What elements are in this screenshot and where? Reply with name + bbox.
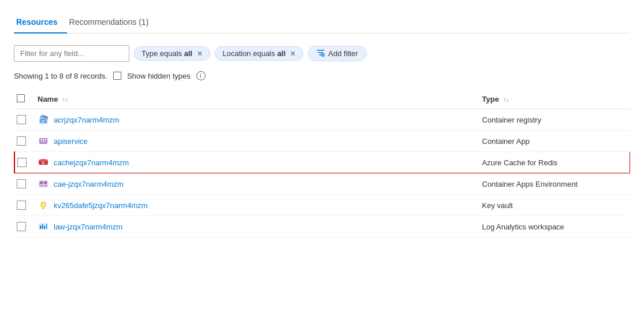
type-cell-1: Container App [480, 131, 630, 152]
resource-link-4[interactable]: kv265dafe5jzqx7narm4mzm [54, 201, 148, 210]
svg-rect-16 [40, 181, 43, 184]
select-all-header [14, 90, 35, 109]
table-row: apiservice Container App [14, 131, 630, 152]
svg-point-22 [43, 204, 44, 205]
resource-link-1[interactable]: apiservice [54, 137, 88, 146]
svg-point-10 [44, 139, 46, 141]
type-filter-label: Type equals all [142, 49, 192, 58]
container-app-icon [38, 135, 49, 147]
name-cell: apiservice [35, 131, 480, 152]
type-cell-5: Log Analytics workspace [480, 216, 630, 238]
type-column-header[interactable]: Type ↑↓ [480, 90, 630, 109]
name-cell: cae-jzqx7narm4mzm [35, 173, 480, 195]
filter-input[interactable] [14, 45, 129, 62]
row-checkbox-4[interactable] [17, 201, 26, 210]
show-hidden-checkbox[interactable] [113, 72, 121, 80]
type-filter-remove[interactable]: ✕ [197, 50, 203, 58]
svg-point-8 [40, 139, 42, 141]
row-checkbox-cell [14, 195, 35, 216]
table-row: R cachejzqx7narm4mzm Azure Cache for Red… [14, 152, 630, 173]
info-icon[interactable]: i [196, 71, 206, 80]
location-filter-remove[interactable]: ✕ [290, 50, 296, 58]
name-cell: kv265dafe5jzqx7narm4mzm [35, 195, 480, 216]
container-registry-icon: R [38, 114, 49, 125]
redis-cache-icon: R [38, 157, 49, 168]
show-hidden-label: Show hidden types [127, 72, 191, 80]
svg-rect-28 [44, 226, 45, 229]
svg-rect-15 [39, 180, 48, 187]
records-count-text: Showing 1 to 8 of 8 records. [14, 72, 107, 80]
table-row: law-jzqx7narm4mzm Log Analytics workspac… [14, 216, 630, 238]
row-checkbox-0[interactable] [17, 115, 26, 124]
filter-bar: Type equals all ✕ Location equals all ✕ … [14, 45, 630, 62]
name-cell: R cachejzqx7narm4mzm [35, 152, 480, 173]
name-cell: law-jzqx7narm4mzm [35, 216, 480, 238]
table-header-row: Name ↑↓ Type ↑↓ [14, 90, 630, 109]
log-analytics-icon [38, 221, 49, 232]
type-cell-4: Key vault [480, 195, 630, 216]
table-row: R acrjzqx7narm4mzm Container registry [14, 109, 630, 131]
row-checkbox-2[interactable] [17, 158, 27, 167]
name-column-label: Name [38, 95, 58, 103]
svg-rect-24 [42, 208, 44, 209]
svg-rect-17 [44, 181, 47, 184]
type-cell-0: Container registry [480, 109, 630, 131]
resources-table: Name ↑↓ Type ↑↓ R acrjzqx7narm4mzm [14, 90, 630, 238]
svg-rect-29 [46, 224, 47, 229]
tab-bar: Resources Recommendations (1) [14, 12, 630, 34]
container-apps-env-icon [38, 178, 49, 190]
row-checkbox-5[interactable] [17, 222, 26, 231]
name-cell: R acrjzqx7narm4mzm [35, 109, 480, 131]
svg-point-9 [43, 139, 44, 141]
type-cell-3: Container Apps Environment [480, 173, 630, 195]
svg-rect-26 [40, 225, 41, 229]
key-vault-icon [38, 199, 49, 211]
svg-point-14 [39, 159, 48, 162]
resource-link-0[interactable]: acrjzqx7narm4mzm [54, 116, 119, 124]
row-checkbox-cell [14, 131, 35, 152]
svg-rect-19 [44, 185, 47, 186]
location-filter-label: Location equals all [222, 49, 285, 58]
name-sort-icon: ↑↓ [62, 97, 68, 103]
svg-rect-18 [40, 185, 43, 186]
row-checkbox-1[interactable] [17, 136, 26, 146]
type-filter-chip[interactable]: Type equals all ✕ [134, 46, 210, 61]
row-checkbox-cell [14, 173, 35, 195]
row-checkbox-cell [14, 216, 35, 238]
row-checkbox-3[interactable] [17, 179, 26, 188]
type-sort-icon: ↑↓ [504, 97, 509, 103]
resource-link-3[interactable]: cae-jzqx7narm4mzm [54, 180, 124, 188]
tab-resources[interactable]: Resources [14, 12, 67, 34]
add-filter-label: Add filter [328, 49, 358, 58]
type-column-label: Type [482, 95, 499, 103]
location-filter-chip[interactable]: Location equals all ✕ [215, 46, 303, 61]
svg-rect-27 [42, 224, 43, 229]
row-checkbox-cell [14, 152, 35, 173]
add-filter-button[interactable]: Add filter [308, 46, 366, 61]
table-row: kv265dafe5jzqx7narm4mzm Key vault [14, 195, 630, 216]
table-row: cae-jzqx7narm4mzm Container Apps Environ… [14, 173, 630, 195]
type-cell-2: Azure Cache for Redis [480, 152, 630, 173]
row-checkbox-cell [14, 109, 35, 131]
resource-link-5[interactable]: law-jzqx7narm4mzm [54, 223, 122, 231]
tab-recommendations[interactable]: Recommendations (1) [67, 12, 158, 34]
name-column-header[interactable]: Name ↑↓ [35, 90, 480, 109]
select-all-checkbox[interactable] [17, 94, 25, 102]
records-info: Showing 1 to 8 of 8 records. Show hidden… [14, 71, 630, 80]
svg-rect-11 [40, 142, 46, 143]
resource-link-2[interactable]: cachejzqx7narm4mzm [54, 158, 129, 167]
add-filter-icon [317, 49, 325, 58]
svg-text:R: R [46, 117, 47, 120]
